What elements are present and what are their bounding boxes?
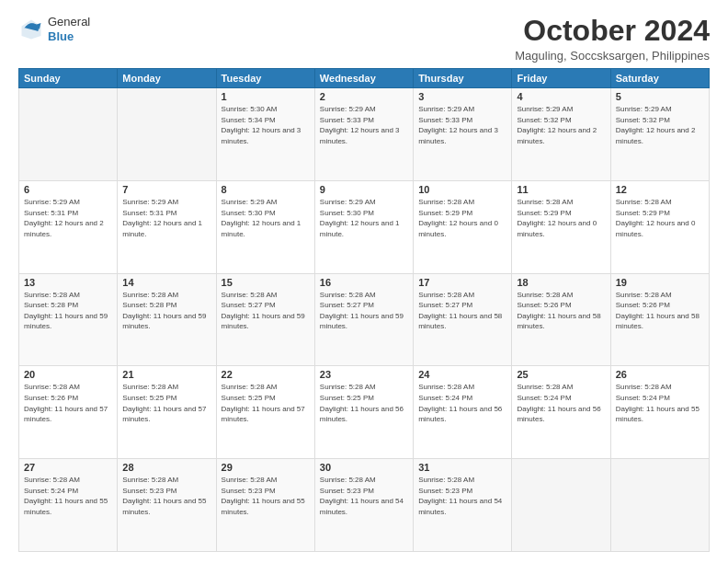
day-info: Sunrise: 5:29 AMSunset: 5:30 PMDaylight:…: [320, 197, 408, 239]
day-number: 14: [122, 277, 210, 288]
col-monday: Monday: [118, 69, 216, 88]
day-info: Sunrise: 5:28 AMSunset: 5:28 PMDaylight:…: [122, 290, 210, 332]
cell-3-4: 24Sunrise: 5:28 AMSunset: 5:24 PMDayligh…: [414, 366, 512, 459]
cell-2-0: 13Sunrise: 5:28 AMSunset: 5:28 PMDayligh…: [19, 273, 118, 366]
cell-3-3: 23Sunrise: 5:28 AMSunset: 5:25 PMDayligh…: [314, 366, 413, 459]
cell-2-1: 14Sunrise: 5:28 AMSunset: 5:28 PMDayligh…: [118, 273, 216, 366]
day-info: Sunrise: 5:28 AMSunset: 5:23 PMDaylight:…: [222, 475, 310, 517]
day-info: Sunrise: 5:28 AMSunset: 5:28 PMDaylight:…: [24, 290, 112, 332]
cell-3-5: 25Sunrise: 5:28 AMSunset: 5:24 PMDayligh…: [512, 366, 610, 459]
day-number: 12: [616, 184, 704, 195]
cell-4-4: 31Sunrise: 5:28 AMSunset: 5:23 PMDayligh…: [414, 459, 512, 552]
cell-0-6: 5Sunrise: 5:29 AMSunset: 5:32 PMDaylight…: [610, 88, 709, 181]
day-info: Sunrise: 5:29 AMSunset: 5:32 PMDaylight:…: [517, 104, 605, 146]
col-wednesday: Wednesday: [314, 69, 413, 88]
col-saturday: Saturday: [610, 69, 709, 88]
cell-2-4: 17Sunrise: 5:28 AMSunset: 5:27 PMDayligh…: [414, 273, 512, 366]
cell-0-3: 2Sunrise: 5:29 AMSunset: 5:33 PMDaylight…: [314, 88, 413, 181]
day-info: Sunrise: 5:28 AMSunset: 5:25 PMDaylight:…: [122, 382, 210, 424]
day-number: 27: [24, 462, 112, 473]
cell-2-5: 18Sunrise: 5:28 AMSunset: 5:26 PMDayligh…: [512, 273, 610, 366]
day-info: Sunrise: 5:28 AMSunset: 5:23 PMDaylight:…: [418, 475, 506, 517]
day-info: Sunrise: 5:28 AMSunset: 5:27 PMDaylight:…: [222, 290, 310, 332]
day-info: Sunrise: 5:28 AMSunset: 5:24 PMDaylight:…: [418, 382, 506, 424]
cell-4-6: [610, 459, 709, 552]
day-number: 31: [418, 462, 506, 473]
day-info: Sunrise: 5:28 AMSunset: 5:24 PMDaylight:…: [616, 382, 704, 424]
week-row-4: 20Sunrise: 5:28 AMSunset: 5:26 PMDayligh…: [19, 366, 710, 459]
day-number: 9: [320, 184, 408, 195]
cell-4-5: [512, 459, 610, 552]
cell-0-1: [118, 88, 216, 181]
cell-0-5: 4Sunrise: 5:29 AMSunset: 5:32 PMDaylight…: [512, 88, 610, 181]
cell-1-2: 8Sunrise: 5:29 AMSunset: 5:30 PMDaylight…: [216, 180, 314, 273]
logo: General Blue: [18, 15, 90, 43]
day-number: 7: [122, 184, 210, 195]
day-number: 16: [320, 277, 408, 288]
cell-2-3: 16Sunrise: 5:28 AMSunset: 5:27 PMDayligh…: [314, 273, 413, 366]
week-row-3: 13Sunrise: 5:28 AMSunset: 5:28 PMDayligh…: [19, 273, 710, 366]
day-info: Sunrise: 5:28 AMSunset: 5:29 PMDaylight:…: [418, 197, 506, 239]
cell-1-0: 6Sunrise: 5:29 AMSunset: 5:31 PMDaylight…: [19, 180, 118, 273]
day-number: 13: [24, 277, 112, 288]
day-info: Sunrise: 5:28 AMSunset: 5:27 PMDaylight:…: [320, 290, 408, 332]
day-info: Sunrise: 5:28 AMSunset: 5:23 PMDaylight:…: [122, 475, 210, 517]
day-number: 25: [517, 369, 605, 380]
day-info: Sunrise: 5:28 AMSunset: 5:26 PMDaylight:…: [24, 382, 112, 424]
cell-1-4: 10Sunrise: 5:28 AMSunset: 5:29 PMDayligh…: [414, 180, 512, 273]
day-info: Sunrise: 5:28 AMSunset: 5:27 PMDaylight:…: [418, 290, 506, 332]
day-number: 21: [122, 369, 210, 380]
day-number: 11: [517, 184, 605, 195]
cell-3-2: 22Sunrise: 5:28 AMSunset: 5:25 PMDayligh…: [216, 366, 314, 459]
day-info: Sunrise: 5:28 AMSunset: 5:24 PMDaylight:…: [517, 382, 605, 424]
header-row: Sunday Monday Tuesday Wednesday Thursday…: [19, 69, 710, 88]
day-info: Sunrise: 5:29 AMSunset: 5:31 PMDaylight:…: [122, 197, 210, 239]
day-number: 23: [320, 369, 408, 380]
logo-blue: Blue: [48, 29, 90, 44]
col-tuesday: Tuesday: [216, 69, 314, 88]
day-number: 24: [418, 369, 506, 380]
col-thursday: Thursday: [414, 69, 512, 88]
week-row-2: 6Sunrise: 5:29 AMSunset: 5:31 PMDaylight…: [19, 180, 710, 273]
day-number: 17: [418, 277, 506, 288]
day-info: Sunrise: 5:28 AMSunset: 5:26 PMDaylight:…: [517, 290, 605, 332]
cell-1-3: 9Sunrise: 5:29 AMSunset: 5:30 PMDaylight…: [314, 180, 413, 273]
day-info: Sunrise: 5:28 AMSunset: 5:25 PMDaylight:…: [320, 382, 408, 424]
day-info: Sunrise: 5:29 AMSunset: 5:33 PMDaylight:…: [320, 104, 408, 146]
day-number: 6: [24, 184, 112, 195]
day-info: Sunrise: 5:30 AMSunset: 5:34 PMDaylight:…: [222, 104, 310, 146]
cell-2-6: 19Sunrise: 5:28 AMSunset: 5:26 PMDayligh…: [610, 273, 709, 366]
cell-4-2: 29Sunrise: 5:28 AMSunset: 5:23 PMDayligh…: [216, 459, 314, 552]
cell-4-3: 30Sunrise: 5:28 AMSunset: 5:23 PMDayligh…: [314, 459, 413, 552]
day-number: 8: [222, 184, 310, 195]
day-info: Sunrise: 5:28 AMSunset: 5:24 PMDaylight:…: [24, 475, 112, 517]
week-row-1: 1Sunrise: 5:30 AMSunset: 5:34 PMDaylight…: [19, 88, 710, 181]
cell-3-6: 26Sunrise: 5:28 AMSunset: 5:24 PMDayligh…: [610, 366, 709, 459]
day-number: 29: [222, 462, 310, 473]
cell-1-1: 7Sunrise: 5:29 AMSunset: 5:31 PMDaylight…: [118, 180, 216, 273]
day-info: Sunrise: 5:28 AMSunset: 5:23 PMDaylight:…: [320, 475, 408, 517]
day-number: 4: [517, 91, 605, 102]
page: General Blue October 2024 Maguling, Socc…: [0, 0, 728, 563]
cell-1-6: 12Sunrise: 5:28 AMSunset: 5:29 PMDayligh…: [610, 180, 709, 273]
month-title: October 2024: [515, 15, 710, 47]
day-info: Sunrise: 5:28 AMSunset: 5:25 PMDaylight:…: [222, 382, 310, 424]
day-number: 20: [24, 369, 112, 380]
day-number: 15: [222, 277, 310, 288]
day-number: 26: [616, 369, 704, 380]
day-info: Sunrise: 5:29 AMSunset: 5:33 PMDaylight:…: [418, 104, 506, 146]
header: General Blue October 2024 Maguling, Socc…: [18, 15, 710, 63]
day-info: Sunrise: 5:28 AMSunset: 5:29 PMDaylight:…: [616, 197, 704, 239]
day-info: Sunrise: 5:29 AMSunset: 5:31 PMDaylight:…: [24, 197, 112, 239]
title-block: October 2024 Maguling, Soccsksargen, Phi…: [515, 15, 710, 63]
day-number: 2: [320, 91, 408, 102]
day-number: 30: [320, 462, 408, 473]
day-number: 5: [616, 91, 704, 102]
day-info: Sunrise: 5:29 AMSunset: 5:30 PMDaylight:…: [222, 197, 310, 239]
day-number: 18: [517, 277, 605, 288]
day-number: 19: [616, 277, 704, 288]
cell-2-2: 15Sunrise: 5:28 AMSunset: 5:27 PMDayligh…: [216, 273, 314, 366]
cell-3-0: 20Sunrise: 5:28 AMSunset: 5:26 PMDayligh…: [19, 366, 118, 459]
day-info: Sunrise: 5:28 AMSunset: 5:26 PMDaylight:…: [616, 290, 704, 332]
cell-4-1: 28Sunrise: 5:28 AMSunset: 5:23 PMDayligh…: [118, 459, 216, 552]
